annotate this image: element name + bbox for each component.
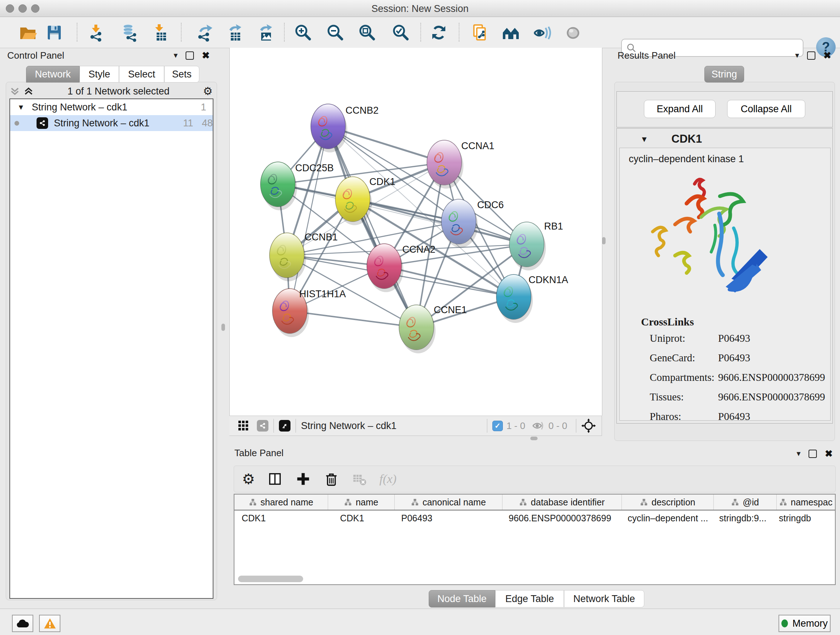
selection-status: 1 of 1 Network selected — [34, 86, 203, 97]
scrollbar-thumb[interactable] — [238, 576, 303, 582]
float-panel-icon[interactable] — [808, 450, 817, 458]
panel-menu-icon[interactable]: ▾ — [797, 449, 801, 458]
close-panel-icon[interactable]: ✖ — [202, 52, 210, 59]
zoom-in-button[interactable] — [293, 22, 313, 43]
column-header-name[interactable]: name — [328, 494, 394, 510]
network-row[interactable]: String Network – cdk1 11 48 — [10, 115, 213, 131]
zoom-fit-button[interactable] — [357, 22, 377, 43]
close-panel-icon[interactable]: ✖ — [825, 450, 833, 457]
cell-canonical-name[interactable]: P06493 — [394, 510, 501, 526]
collapse-all-button[interactable]: Collapse All — [727, 100, 805, 118]
network-collection-row[interactable]: ▼ String Network – cdk1 1 — [10, 99, 213, 115]
node-label: CDK1 — [369, 176, 395, 187]
expand-all-icon[interactable] — [23, 86, 34, 97]
netbar-separator — [487, 419, 487, 432]
horizontal-splitter-handle[interactable] — [531, 437, 538, 440]
tab-select[interactable]: Select — [119, 66, 164, 82]
table-tabs: Node Table Edge Table Network Table — [429, 590, 644, 608]
warning-status-button[interactable] — [39, 615, 60, 632]
tab-edge-table[interactable]: Edge Table — [495, 590, 564, 608]
status-bar: Memory — [0, 608, 840, 635]
gene-expander-icon[interactable]: ▼ — [640, 135, 648, 144]
collapse-all-icon[interactable] — [9, 86, 20, 97]
close-panel-icon[interactable]: ✖ — [823, 52, 831, 59]
zoom-selected-button[interactable] — [391, 22, 411, 43]
save-session-button[interactable] — [44, 22, 65, 43]
panel-menu-icon[interactable]: ▾ — [795, 51, 799, 60]
cell-description[interactable]: cyclin–dependent ... — [621, 510, 712, 526]
network-tree: ▼ String Network – cdk1 1 String Network… — [9, 98, 213, 599]
left-splitter-handle[interactable] — [221, 324, 225, 331]
network-canvas[interactable]: CCNB2CCNA1CDC25BCDK1CDC6RB1CCNB1CCNA2CDK… — [230, 48, 602, 416]
tab-sets[interactable]: Sets — [164, 66, 199, 82]
cell-id[interactable]: stringdb:9... — [712, 510, 775, 526]
table-header-row: shared name name canonical name database… — [234, 494, 835, 510]
column-header-description[interactable]: description — [622, 494, 714, 510]
column-type-icon — [640, 498, 648, 506]
delete-column-button[interactable] — [323, 470, 340, 487]
column-header-database-identifier[interactable]: database identifier — [502, 494, 622, 510]
collection-expander-icon[interactable]: ▼ — [17, 103, 25, 111]
expand-all-button[interactable]: Expand All — [644, 100, 715, 118]
crosslink-label: Compartments: — [650, 371, 714, 383]
tab-node-table[interactable]: Node Table — [429, 590, 495, 608]
cloud-status-button[interactable] — [12, 615, 33, 632]
import-table-button[interactable] — [150, 22, 170, 43]
node-count: 11 — [183, 118, 193, 129]
export-image-button[interactable] — [256, 22, 276, 43]
grid-view-icon[interactable] — [238, 420, 249, 431]
network-view-toolbar: String Network – cdk1 ✓ 1 - 0 0 - 0 — [229, 416, 602, 436]
memory-label: Memory — [792, 618, 828, 629]
refresh-layout-button[interactable] — [429, 22, 449, 43]
import-network-file-button[interactable] — [86, 22, 106, 43]
tab-style[interactable]: Style — [80, 66, 119, 82]
node-label: CCNA2 — [402, 244, 436, 255]
table-panel-title: Table Panel — [234, 448, 284, 459]
export-table-button[interactable] — [225, 22, 245, 43]
network-options-gear-icon[interactable]: ⚙ — [203, 86, 213, 97]
first-neighbors-button[interactable] — [501, 22, 521, 43]
fit-selected-crosshair-icon[interactable] — [581, 418, 596, 433]
open-session-button[interactable] — [18, 22, 38, 43]
cell-name[interactable]: CDK1 — [328, 510, 394, 526]
cell-shared-name[interactable]: CDK1 — [234, 510, 328, 526]
float-panel-icon[interactable] — [186, 51, 194, 60]
column-header-namespace[interactable]: namespac — [776, 494, 835, 510]
crosslink-pharos-link[interactable]: P06493 — [718, 410, 750, 423]
network-canvas-container: CCNB2CCNA1CDC25BCDK1CDC6RB1CCNB1CCNA2CDK… — [229, 48, 602, 416]
crosslink-label: GeneCard: — [650, 352, 695, 364]
crosslink-uniprot-link[interactable]: P06493 — [718, 333, 750, 344]
column-header-shared-name[interactable]: shared name — [234, 494, 328, 510]
float-panel-icon[interactable] — [807, 51, 815, 60]
node-label: CDC25B — [295, 163, 334, 173]
column-type-icon — [344, 498, 352, 506]
tab-network-table[interactable]: Network Table — [564, 590, 644, 608]
crosslink-genecard-link[interactable]: P06493 — [718, 352, 750, 364]
panel-menu-icon[interactable]: ▾ — [174, 51, 178, 60]
column-header-canonical-name[interactable]: canonical name — [394, 494, 502, 510]
zoom-out-button[interactable] — [325, 22, 346, 43]
cell-namespace[interactable]: stringdb — [775, 510, 835, 526]
tab-network[interactable]: Network — [26, 66, 80, 82]
cell-database-identifier[interactable]: 9606.ENSP00000378699 — [501, 510, 621, 526]
control-panel-tabs: Network Style Select Sets — [26, 66, 199, 82]
tab-string[interactable]: String — [704, 66, 744, 82]
duplicate-documents-button[interactable] — [470, 22, 490, 43]
node-label: CCNE1 — [434, 304, 467, 315]
hide-selected-button[interactable] — [532, 22, 552, 43]
netbar-separator — [576, 419, 576, 432]
selected-items-checkbox[interactable]: ✓ — [493, 421, 503, 431]
right-splitter-handle[interactable] — [602, 237, 606, 244]
show-columns-button[interactable] — [267, 470, 283, 487]
column-header-id[interactable]: @id — [714, 494, 776, 510]
birdseye-view-icon[interactable] — [279, 420, 291, 432]
memory-button[interactable]: Memory — [778, 615, 831, 632]
import-network-database-button[interactable] — [119, 22, 140, 43]
add-column-button[interactable] — [295, 470, 311, 487]
export-network-button[interactable] — [194, 22, 215, 43]
table-options-gear-icon[interactable]: ⚙ — [242, 472, 255, 486]
crosslink-compartments-link[interactable]: 9606.ENSP00000378699 — [718, 371, 825, 383]
crosslink-tissues-link[interactable]: 9606.ENSP00000378699 — [718, 391, 825, 403]
network-type-chip-icon[interactable] — [257, 420, 268, 432]
show-all-button[interactable] — [563, 22, 583, 43]
